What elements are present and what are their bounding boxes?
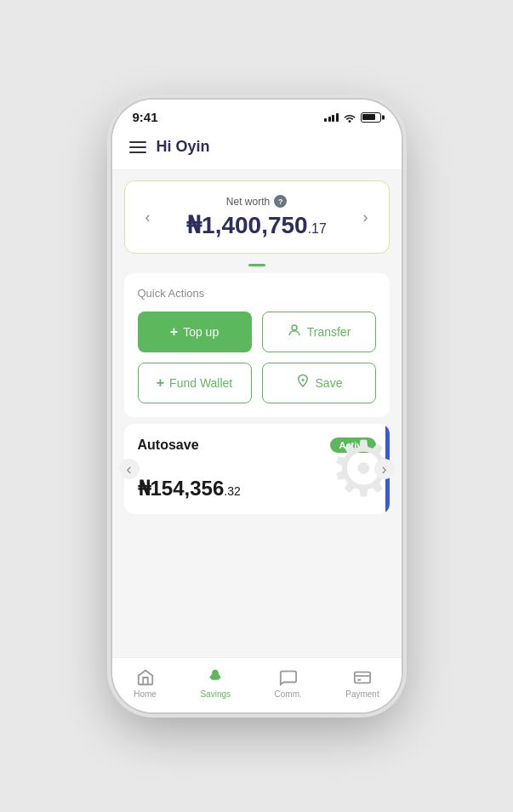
header: Hi Oyin bbox=[112, 128, 402, 170]
phone-wrapper: 9:41 bbox=[0, 0, 513, 812]
svg-point-0 bbox=[292, 325, 297, 330]
save-button[interactable]: Save bbox=[262, 363, 376, 403]
save-icon bbox=[295, 374, 311, 392]
autosave-card: Autosave Active ⚙ ₦154,356.32 bbox=[124, 424, 390, 514]
savings-icon bbox=[206, 668, 225, 687]
plus-icon: + bbox=[170, 324, 178, 340]
battery-icon bbox=[361, 112, 381, 123]
net-worth-label: Net worth ? bbox=[154, 195, 360, 208]
quick-actions-title: Quick Actions bbox=[138, 287, 376, 300]
actions-grid: + Top up Transfer bbox=[138, 312, 376, 403]
nav-savings[interactable]: Savings bbox=[190, 665, 241, 702]
net-worth-inner: Net worth ? ₦1,400,750.17 bbox=[154, 195, 360, 239]
savings-label: Savings bbox=[200, 689, 231, 699]
svg-rect-1 bbox=[355, 672, 370, 683]
net-worth-prev-arrow[interactable]: ‹ bbox=[142, 209, 154, 226]
comm-icon bbox=[279, 668, 298, 687]
status-bar: 9:41 bbox=[112, 100, 402, 128]
quick-actions-card: Quick Actions + Top up bbox=[124, 273, 390, 417]
menu-button[interactable] bbox=[129, 141, 146, 153]
nav-payment[interactable]: Payment bbox=[335, 665, 389, 702]
autosave-next-arrow[interactable]: › bbox=[374, 459, 395, 479]
transfer-button[interactable]: Transfer bbox=[262, 312, 376, 352]
comm-label: Comm. bbox=[275, 689, 302, 699]
bottom-nav: Home Savings Comm. bbox=[112, 657, 402, 712]
autosave-card-header: Autosave Active bbox=[138, 437, 376, 453]
autosave-title: Autosave bbox=[138, 437, 199, 453]
phone-frame: 9:41 bbox=[112, 100, 402, 712]
home-label: Home bbox=[134, 689, 157, 699]
status-time: 9:41 bbox=[133, 110, 158, 124]
status-icons bbox=[324, 112, 381, 123]
fund-wallet-button[interactable]: + Fund Wallet bbox=[138, 363, 252, 403]
signal-icon bbox=[324, 113, 339, 122]
nav-home[interactable]: Home bbox=[123, 665, 167, 702]
net-worth-amount: ₦1,400,750.17 bbox=[154, 211, 360, 239]
wifi-icon bbox=[343, 112, 356, 123]
scroll-content[interactable]: Hi Oyin ‹ Net worth ? ₦1,400,750.17 › bbox=[112, 128, 402, 657]
nav-comm[interactable]: Comm. bbox=[265, 665, 312, 702]
active-badge: Active bbox=[330, 437, 375, 453]
net-worth-next-arrow[interactable]: › bbox=[360, 209, 372, 226]
payment-label: Payment bbox=[345, 689, 379, 699]
transfer-icon bbox=[287, 323, 302, 341]
top-up-button[interactable]: + Top up bbox=[138, 312, 252, 352]
dot-indicator bbox=[112, 264, 402, 266]
autosave-prev-arrow[interactable]: ‹ bbox=[119, 459, 140, 479]
autosave-section: Autosave Active ⚙ ₦154,356.32 ‹ › bbox=[124, 424, 390, 514]
greeting-text: Hi Oyin bbox=[157, 138, 210, 156]
help-icon[interactable]: ? bbox=[274, 195, 287, 208]
net-worth-card: ‹ Net worth ? ₦1,400,750.17 › bbox=[124, 180, 390, 254]
autosave-amount: ₦154,356.32 bbox=[138, 477, 376, 500]
payment-icon bbox=[353, 668, 372, 687]
plus-icon-2: + bbox=[157, 375, 164, 391]
home-icon bbox=[136, 668, 155, 687]
